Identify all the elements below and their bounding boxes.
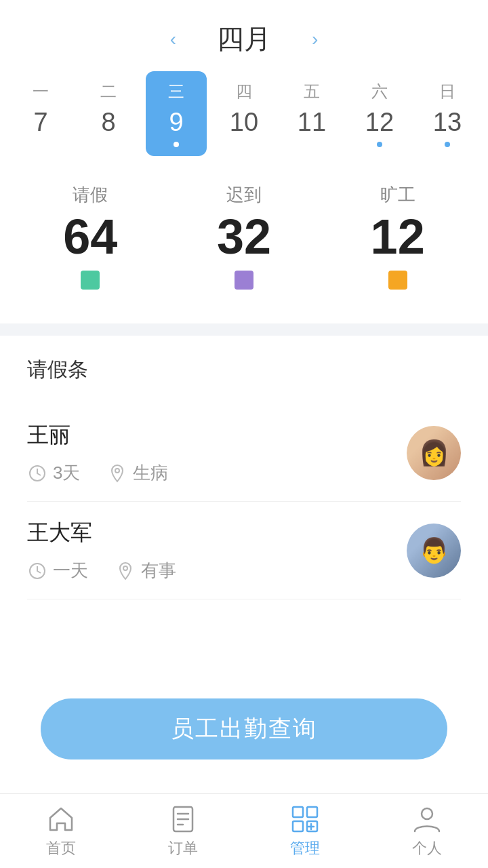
bottom-nav: 首页 订单 管理 个人 — [0, 793, 488, 868]
stats-row: 请假 64 迟到 32 旷工 12 — [0, 156, 488, 303]
svg-rect-9 — [307, 807, 317, 817]
month-title: 四月 — [217, 20, 271, 58]
home-icon — [46, 804, 76, 834]
day-cell-8[interactable]: 二 8 — [78, 71, 139, 156]
nav-item-管理[interactable]: 管理 — [290, 804, 320, 859]
leave-section: 请假条 王丽 3天 — [0, 336, 488, 671]
employee-attendance-button[interactable]: 员工出勤查询 — [41, 698, 447, 760]
day-cell-11[interactable]: 五 11 — [281, 71, 342, 156]
stat-迟到: 迟到 32 — [217, 183, 271, 290]
week-row: 一 7 二 8 三 9 四 10 五 11 — [0, 71, 488, 156]
nav-item-个人[interactable]: 个人 — [412, 804, 442, 859]
pin-icon — [115, 561, 136, 581]
day-cell-10[interactable]: 四 10 — [214, 71, 274, 156]
svg-rect-10 — [293, 821, 303, 831]
prev-month-button[interactable]: ‹ — [170, 28, 176, 50]
avatar: 👩 — [407, 426, 461, 480]
stat-旷工: 旷工 12 — [371, 183, 425, 290]
day-cell-12[interactable]: 六 12 — [349, 71, 410, 156]
month-nav: ‹ 四月 › — [0, 0, 488, 71]
leave-name: 王丽 — [27, 420, 407, 450]
avatar: 👨 — [407, 524, 461, 578]
day-cell-13[interactable]: 日 13 — [417, 71, 478, 156]
manage-icon — [290, 804, 320, 834]
nav-item-订单[interactable]: 订单 — [168, 804, 198, 859]
clock-icon — [27, 561, 47, 581]
leave-item[interactable]: 王大军 一天 有事 — [27, 502, 461, 599]
user-icon — [412, 804, 442, 834]
day-cell-9[interactable]: 三 9 — [146, 71, 207, 156]
svg-point-1 — [115, 469, 119, 473]
day-cell-7[interactable]: 一 7 — [10, 71, 71, 156]
pin-icon — [107, 463, 127, 484]
leave-section-title: 请假条 — [27, 356, 461, 384]
svg-point-14 — [422, 808, 432, 819]
next-month-button[interactable]: › — [312, 28, 318, 50]
leave-name: 王大军 — [27, 518, 407, 548]
svg-point-3 — [123, 566, 127, 570]
leave-list: 王丽 3天 生病 — [27, 404, 461, 599]
order-icon — [168, 804, 198, 834]
calendar-section: ‹ 四月 › 一 7 二 8 三 9 四 10 — [0, 0, 488, 323]
nav-item-首页[interactable]: 首页 — [46, 804, 76, 859]
leave-item[interactable]: 王丽 3天 生病 — [27, 404, 461, 502]
query-btn-container: 员工出勤查询 — [0, 671, 488, 793]
clock-icon — [27, 463, 47, 484]
svg-rect-8 — [293, 807, 303, 817]
stat-请假: 请假 64 — [63, 183, 117, 290]
